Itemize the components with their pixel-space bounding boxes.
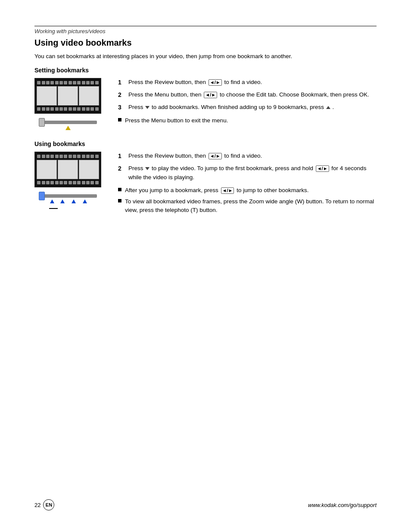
film-hole xyxy=(95,155,99,158)
film-hole xyxy=(46,155,50,158)
film-hole xyxy=(73,181,76,184)
setting-bookmarks-illustration xyxy=(34,78,108,132)
film-hole xyxy=(82,107,85,111)
film-hole xyxy=(59,155,63,158)
film-hole xyxy=(68,107,72,111)
step-list-using: 1 Press the Review button, then ◄/► to f… xyxy=(118,152,377,182)
film-hole xyxy=(95,107,99,111)
film-hole xyxy=(42,181,45,184)
film-hole xyxy=(50,155,54,158)
film-frame xyxy=(58,160,78,179)
film-hole xyxy=(95,181,99,184)
setting-bookmarks-content: 1 Press the Review button, then ◄/► to f… xyxy=(34,78,377,132)
step-text: Press the Menu button, then ◄/► to choos… xyxy=(128,90,377,99)
slider-track xyxy=(39,121,97,124)
page-container: Working with pictures/videos Using video… xyxy=(0,0,411,532)
step-list-setting: 1 Press the Review button, then ◄/► to f… xyxy=(118,78,377,112)
header-line xyxy=(34,26,377,26)
step-item: 1 Press the Review button, then ◄/► to f… xyxy=(118,78,377,87)
bullet-list-setting: Press the Menu button to exit the menu. xyxy=(118,116,377,125)
bullet-icon xyxy=(118,118,121,121)
film-hole xyxy=(95,81,99,84)
film-hole xyxy=(55,181,59,184)
film-hole xyxy=(86,81,90,84)
underline-mark xyxy=(49,208,58,209)
footer-page-info: 22 EN xyxy=(34,499,54,510)
film-hole xyxy=(86,155,90,158)
film-hole xyxy=(90,155,94,158)
film-hole xyxy=(90,107,94,111)
bookmark-marker-blue-4 xyxy=(83,199,87,203)
step-item: 3 Press to add bookmarks. When finished … xyxy=(118,103,377,112)
down-arrow-icon xyxy=(145,167,149,170)
bookmark-marker-blue-3 xyxy=(72,199,76,203)
step-number: 2 xyxy=(118,164,125,173)
lr-arrows-icon: ◄/► xyxy=(209,79,222,86)
film-hole xyxy=(73,107,76,111)
film-hole xyxy=(46,81,50,84)
film-hole xyxy=(90,181,94,184)
film-hole xyxy=(42,155,45,158)
film-hole xyxy=(90,81,94,84)
step-text: Press the Review button, then ◄/► to fin… xyxy=(128,152,377,160)
slider-thumb-using xyxy=(39,192,45,200)
bullet-text: After you jump to a bookmark, press ◄/► … xyxy=(125,186,309,195)
film-hole xyxy=(73,81,76,84)
slider-setting xyxy=(34,116,101,132)
down-arrow-icon xyxy=(145,106,149,109)
step-text: Press to play the video. To jump to the … xyxy=(128,164,377,182)
film-hole xyxy=(55,107,59,111)
film-hole xyxy=(82,181,85,184)
lr-arrows-icon: ◄/► xyxy=(221,187,234,194)
film-hole xyxy=(86,181,90,184)
film-hole xyxy=(59,107,63,111)
step-text: Press to add bookmarks. When finished ad… xyxy=(128,103,377,112)
bullet-text: Press the Menu button to exit the menu. xyxy=(125,116,228,125)
lr-arrows-icon: ◄/► xyxy=(209,153,222,159)
bullet-list-using: After you jump to a bookmark, press ◄/► … xyxy=(118,186,377,215)
bullet-item: Press the Menu button to exit the menu. xyxy=(118,116,377,125)
step-item: 2 Press the Menu button, then ◄/► to cho… xyxy=(118,90,377,100)
film-hole xyxy=(64,81,67,84)
using-bookmarks-steps: 1 Press the Review button, then ◄/► to f… xyxy=(118,152,377,217)
bullet-text: To view all bookmarked video frames, pre… xyxy=(125,197,377,215)
film-hole xyxy=(68,81,72,84)
film-hole xyxy=(64,181,67,184)
footer-url: www.kodak.com/go/support xyxy=(308,502,377,508)
breadcrumb: Working with pictures/videos xyxy=(34,28,377,34)
using-bookmarks-title: Using bookmarks xyxy=(34,140,377,147)
step-number: 1 xyxy=(118,78,125,87)
step-item: 1 Press the Review button, then ◄/► to f… xyxy=(118,152,377,161)
film-hole xyxy=(59,181,63,184)
bullet-icon xyxy=(118,188,121,191)
film-hole xyxy=(64,155,67,158)
page-number: 22 xyxy=(34,502,40,508)
film-hole xyxy=(55,81,59,84)
using-bookmarks-illustration xyxy=(34,152,108,209)
film-hole xyxy=(50,107,54,111)
film-frame xyxy=(37,86,57,106)
bookmark-marker-yellow xyxy=(65,126,71,130)
film-hole xyxy=(37,107,40,111)
film-hole xyxy=(50,181,54,184)
film-frame xyxy=(37,160,57,179)
film-hole xyxy=(55,155,59,158)
slider-thumb xyxy=(39,118,45,127)
bookmark-marker-blue-1 xyxy=(50,199,54,203)
section-title: Using video bookmarks xyxy=(34,38,377,48)
film-hole xyxy=(59,81,63,84)
film-hole xyxy=(37,181,40,184)
film-hole xyxy=(77,181,81,184)
lang-badge: EN xyxy=(43,499,54,510)
film-frames xyxy=(36,85,100,106)
film-hole xyxy=(46,181,50,184)
film-hole xyxy=(37,155,40,158)
lr-arrows-icon: ◄/► xyxy=(316,165,329,172)
film-hole xyxy=(37,81,40,84)
film-hole xyxy=(64,107,67,111)
film-hole xyxy=(42,81,45,84)
bullet-item: To view all bookmarked video frames, pre… xyxy=(118,197,377,215)
film-frame xyxy=(79,86,99,106)
film-hole xyxy=(42,107,45,111)
film-hole xyxy=(82,81,85,84)
